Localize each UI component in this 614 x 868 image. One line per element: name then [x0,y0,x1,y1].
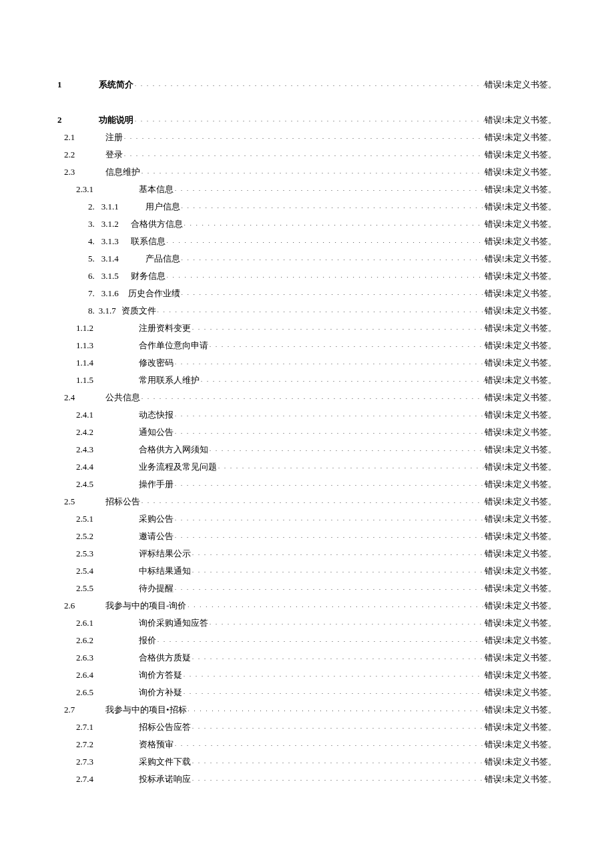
toc-leader-dots: . . . . . . . . . . . . . . . . . . . . … [208,447,485,452]
toc-leader-dots: . . . . . . . . . . . . . . . . . . . . … [182,673,485,678]
toc-entry[interactable]: 2.2登录. . . . . . . . . . . . . . . . . .… [57,150,557,159]
toc-leader-dots: . . . . . . . . . . . . . . . . . . . . … [174,482,485,487]
toc-entry[interactable]: 5.3.1.4产品信息. . . . . . . . . . . . . . .… [57,254,557,263]
toc-entry[interactable]: 6.3.1.5财务信息. . . . . . . . . . . . . . .… [57,272,557,280]
toc-entry[interactable]: 3.3.1.2合格供方信息. . . . . . . . . . . . . .… [57,220,557,228]
toc-entry-number: 2.6.5 [57,688,139,697]
toc-entry[interactable]: 1系统简介. . . . . . . . . . . . . . . . . .… [57,80,557,89]
toc-entry[interactable]: 2.7.2资格预审. . . . . . . . . . . . . . . .… [57,740,557,749]
toc-leader-dots: . . . . . . . . . . . . . . . . . . . . … [191,725,485,730]
toc-entry[interactable]: 2.5.1采购公告. . . . . . . . . . . . . . . .… [57,514,557,523]
toc-entry-number: 2.4.4 [57,462,139,471]
toc-entry[interactable]: 2.4.5操作手册. . . . . . . . . . . . . . . .… [57,480,557,488]
toc-entry[interactable]: 2.3.1基本信息. . . . . . . . . . . . . . . .… [57,185,557,193]
toc-entry-sub-number: 3.1.2 [101,220,125,228]
toc-entry[interactable]: 2.7我参与中的项目•招标. . . . . . . . . . . . . .… [57,705,557,714]
toc-entry[interactable]: 2.4.4业务流程及常见问题. . . . . . . . . . . . . … [57,462,557,471]
toc-entry[interactable]: 8.3.1.7资质文件. . . . . . . . . . . . . . .… [57,306,557,315]
toc-entry[interactable]: 2功能说明. . . . . . . . . . . . . . . . . .… [57,115,557,124]
toc-leader-dots: . . . . . . . . . . . . . . . . . . . . … [191,551,485,556]
toc-entry-page: 错误!未定义书签。 [485,445,557,454]
toc-entry-title: 公共信息 [105,393,140,402]
toc-entry-title: 通知公告 [139,428,174,436]
toc-leader-dots: . . . . . . . . . . . . . . . . . . . . … [180,204,485,209]
toc-entry-page: 错误!未定义书签。 [485,289,557,298]
toc-entry-sub-number: 3.1.1 [101,202,125,211]
toc-leader-dots: . . . . . . . . . . . . . . . . . . . . … [123,152,485,157]
toc-entry[interactable]: 1.1.3合作单位意向申请. . . . . . . . . . . . . .… [57,341,557,350]
toc-entry[interactable]: 2.6.3合格供方质疑. . . . . . . . . . . . . . .… [57,653,557,662]
toc-entry-title: 系统简介 [99,80,133,89]
toc-entry-page: 错误!未定义书签。 [485,376,557,384]
toc-entry-title: 修改密码 [139,358,174,367]
toc-entry-title: 中标结果通知 [139,566,191,575]
toc-entry[interactable]: 2.5招标公告. . . . . . . . . . . . . . . . .… [57,497,557,506]
toc-entry-number: 2.6.3 [57,653,139,662]
toc-entry-number: 7. [57,289,101,298]
toc-entry-number: 2.2 [57,150,105,159]
toc-leader-dots: . . . . . . . . . . . . . . . . . . . . … [186,603,484,608]
toc-entry[interactable]: 2.4.2通知公告. . . . . . . . . . . . . . . .… [57,428,557,436]
toc-entry[interactable]: 2.5.2邀请公告. . . . . . . . . . . . . . . .… [57,532,557,540]
toc-leader-dots: . . . . . . . . . . . . . . . . . . . . … [174,742,485,747]
toc-entry-number: 6. [57,272,101,280]
toc-leader-dots: . . . . . . . . . . . . . . . . . . . . … [140,499,485,504]
toc-leader-dots: . . . . . . . . . . . . . . . . . . . . … [191,568,485,574]
toc-entry-page: 错误!未定义书签。 [485,618,557,627]
toc-leader-dots: . . . . . . . . . . . . . . . . . . . . … [200,378,485,383]
toc-entry[interactable]: 2.5.4中标结果通知. . . . . . . . . . . . . . .… [57,566,557,575]
toc-entry[interactable]: 2.4.3合格供方入网须知. . . . . . . . . . . . . .… [57,445,557,454]
toc-entry[interactable]: 2.7.3采购文件下载. . . . . . . . . . . . . . .… [57,757,557,766]
toc-entry[interactable]: 2.7.1招标公告应答. . . . . . . . . . . . . . .… [57,723,557,731]
toc-entry-number: 2.6 [57,601,105,610]
toc-entry-page: 错误!未定义书签。 [485,80,557,89]
toc-entry[interactable]: 2.4.1动态快报. . . . . . . . . . . . . . . .… [57,410,557,419]
toc-entry[interactable]: 2.6.4询价方答疑. . . . . . . . . . . . . . . … [57,671,557,679]
toc-entry[interactable]: 2.4公共信息. . . . . . . . . . . . . . . . .… [57,393,557,402]
toc-entry[interactable]: 2.6.2报价. . . . . . . . . . . . . . . . .… [57,636,557,644]
toc-entry-title: 联系信息 [125,237,166,246]
toc-entry-number: 2.5.5 [57,584,139,592]
toc-entry-number: 2.7.2 [57,740,139,749]
toc-entry-number: 2. [57,202,101,211]
toc-entry-title: 资质文件 [120,306,156,315]
toc-entry[interactable]: 2.5.5待办提醒. . . . . . . . . . . . . . . .… [57,584,557,592]
toc-entry-title: 基本信息 [139,185,174,193]
toc-entry-number: 2.5.4 [57,566,139,575]
toc-entry[interactable]: 2.1注册. . . . . . . . . . . . . . . . . .… [57,133,557,141]
toc-entry[interactable]: 1.1.5常用联系人维护. . . . . . . . . . . . . . … [57,376,557,384]
toc-leader-dots: . . . . . . . . . . . . . . . . . . . . … [133,117,485,123]
toc-entry[interactable]: 2.3信息维护. . . . . . . . . . . . . . . . .… [57,167,557,176]
toc-entry-page: 错误!未定义书签。 [485,341,557,350]
toc-leader-dots: . . . . . . . . . . . . . . . . . . . . … [166,274,485,279]
toc-entry[interactable]: 1.1.2注册资料变更. . . . . . . . . . . . . . .… [57,324,557,332]
toc-entry[interactable]: 1.1.4修改密码. . . . . . . . . . . . . . . .… [57,358,557,367]
toc-entry-page: 错误!未定义书签。 [485,254,557,263]
toc-entry-page: 错误!未定义书签。 [485,480,557,488]
toc-leader-dots: . . . . . . . . . . . . . . . . . . . . … [174,187,485,192]
toc-entry-page: 错误!未定义书签。 [485,324,557,332]
toc-entry-title: 注册资料变更 [139,324,191,332]
toc-leader-dots: . . . . . . . . . . . . . . . . . . . . … [166,239,485,244]
toc-entry-title: 注册 [105,133,123,141]
toc-entry-sub-number: 3.1.3 [101,237,125,246]
toc-entry-title: 我参与中的项目-询价 [105,601,186,610]
toc-entry[interactable]: 2.3.1.1用户信息. . . . . . . . . . . . . . .… [57,202,557,211]
toc-entry[interactable]: 4.3.1.3联系信息. . . . . . . . . . . . . . .… [57,237,557,246]
toc-entry-title: 合格供方信息 [125,220,183,228]
toc-entry[interactable]: 7.3.1.6历史合作业绩. . . . . . . . . . . . . .… [57,289,557,298]
toc-leader-dots: . . . . . . . . . . . . . . . . . . . . … [191,759,485,765]
toc-entry-page: 错误!未定义书签。 [485,428,557,436]
toc-entry-number: 2.5 [57,497,105,506]
toc-entry[interactable]: 2.7.4投标承诺响应. . . . . . . . . . . . . . .… [57,775,557,783]
toc-entry-number: 2.4 [57,393,105,402]
toc-entry[interactable]: 2.5.3评标结果公示. . . . . . . . . . . . . . .… [57,549,557,558]
toc-leader-dots: . . . . . . . . . . . . . . . . . . . . … [174,430,485,435]
toc-leader-dots: . . . . . . . . . . . . . . . . . . . . … [208,343,485,348]
toc-entry-title: 待办提醒 [139,584,174,592]
toc-entry[interactable]: 2.6.5询价方补疑. . . . . . . . . . . . . . . … [57,688,557,697]
toc-entry[interactable]: 2.6我参与中的项目-询价. . . . . . . . . . . . . .… [57,601,557,610]
toc-entry[interactable]: 2.6.1询价采购通知应答. . . . . . . . . . . . . .… [57,618,557,627]
toc-entry-page: 错误!未定义书签。 [485,775,557,783]
toc-leader-dots: . . . . . . . . . . . . . . . . . . . . … [217,464,485,470]
